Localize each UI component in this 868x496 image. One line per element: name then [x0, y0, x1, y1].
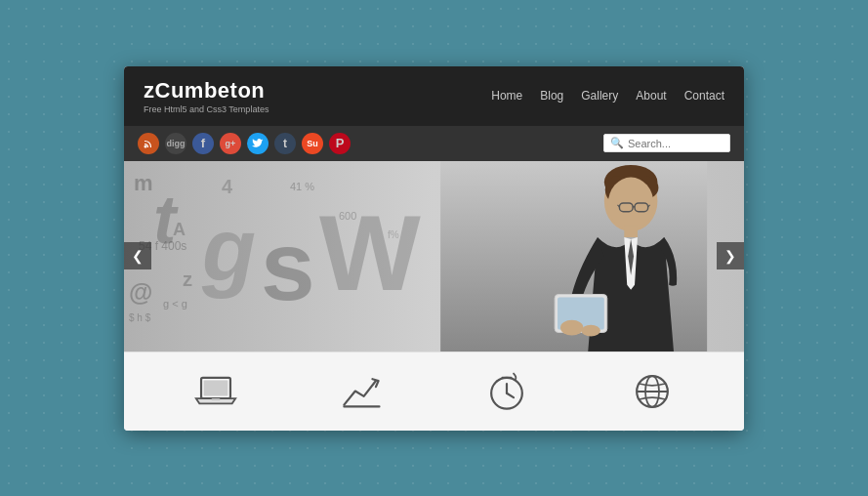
person-area — [403, 161, 744, 351]
bottom-icon-globe[interactable] — [631, 370, 674, 413]
nav-about[interactable]: About — [636, 89, 666, 103]
bottom-section — [124, 351, 744, 431]
nav-contact[interactable]: Contact — [684, 89, 724, 103]
social-bar: digg f g+ t Su P 🔍 — [124, 126, 744, 161]
search-bar[interactable]: 🔍 — [603, 134, 730, 152]
slider-next-button[interactable]: ❯ — [717, 242, 744, 269]
svg-point-15 — [560, 319, 583, 335]
chart-icon — [340, 370, 383, 413]
bottom-icon-chart[interactable] — [340, 370, 383, 413]
rss-icon[interactable] — [138, 133, 159, 154]
svg-point-16 — [581, 324, 600, 336]
social-icons: digg f g+ t Su P — [138, 133, 351, 154]
svg-line-24 — [507, 393, 514, 396]
svg-rect-19 — [212, 398, 221, 400]
bottom-icon-clock[interactable] — [485, 370, 528, 413]
logo-title: zCumbeton — [144, 78, 269, 103]
browser-window: zCumbeton Free Html5 and Css3 Templates … — [124, 66, 744, 431]
slider-prev-button[interactable]: ❮ — [124, 242, 151, 269]
tumblr-icon[interactable]: t — [274, 133, 296, 154]
nav-blog[interactable]: Blog — [540, 89, 563, 103]
clock-icon — [485, 370, 528, 413]
prev-icon: ❮ — [132, 248, 144, 264]
nav-home[interactable]: Home — [491, 89, 522, 103]
site-logo: zCumbeton Free Html5 and Css3 Templates — [144, 78, 269, 114]
nav-links: Home Blog Gallery About Contact — [491, 89, 724, 103]
digg-icon[interactable]: digg — [165, 133, 186, 154]
search-icon: 🔍 — [610, 137, 624, 149]
laptop-icon — [194, 370, 237, 413]
svg-point-0 — [145, 145, 147, 147]
googleplus-icon[interactable]: g+ — [220, 133, 241, 154]
globe-icon — [631, 370, 674, 413]
stumbleupon-icon[interactable]: Su — [302, 133, 323, 154]
slider-container: t g s W m A 4 54 f 400s 41 % 600 f% @ z … — [124, 161, 744, 351]
bottom-icon-laptop[interactable] — [194, 370, 237, 413]
facebook-icon[interactable]: f — [192, 133, 214, 154]
svg-rect-12 — [624, 226, 638, 237]
twitter-icon[interactable] — [247, 133, 269, 154]
logo-subtitle: Free Html5 and Css3 Templates — [144, 104, 269, 114]
pinterest-icon[interactable]: P — [329, 133, 351, 154]
slider-scene: t g s W m A 4 54 f 400s 41 % 600 f% @ z … — [124, 161, 744, 351]
site-header: zCumbeton Free Html5 and Css3 Templates … — [124, 66, 744, 126]
search-input[interactable] — [628, 138, 723, 149]
next-icon: ❯ — [724, 248, 736, 264]
svg-rect-18 — [204, 380, 228, 395]
nav-gallery[interactable]: Gallery — [581, 89, 618, 103]
